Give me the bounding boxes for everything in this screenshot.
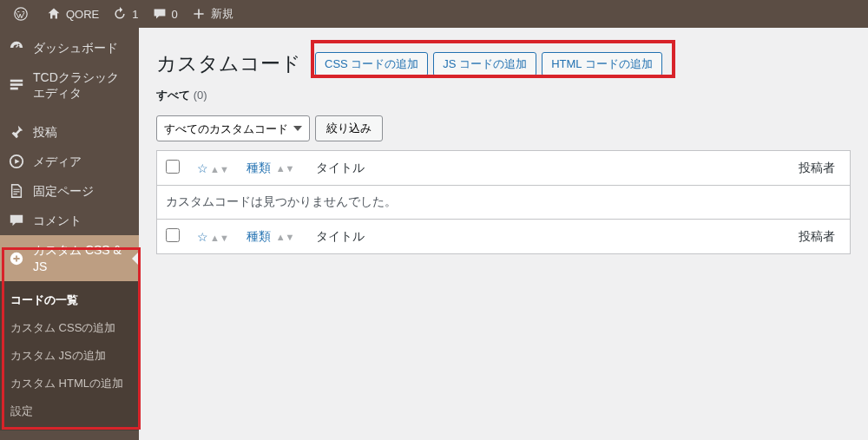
column-star[interactable]: ☆▲▼ — [188, 220, 238, 254]
submenu-add-html[interactable]: カスタム HTMLの追加 — [0, 370, 139, 397]
add-js-button[interactable]: JS コードの追加 — [433, 52, 536, 76]
plus-circle-icon — [9, 251, 26, 266]
submenu-code-list[interactable]: コードの一覧 — [0, 286, 139, 314]
menu-label: 固定ページ — [33, 183, 94, 199]
menu-label: コメント — [33, 213, 82, 228]
wordpress-icon — [14, 7, 28, 21]
empty-message: カスタムコードは見つかりませんでした。 — [157, 186, 851, 220]
svg-rect-2 — [10, 84, 23, 87]
star-icon: ☆ — [197, 161, 208, 175]
page-icon — [9, 183, 26, 199]
menu-label: メディア — [33, 154, 82, 169]
list-filter-links: すべて (0) — [156, 88, 851, 103]
update-icon — [113, 7, 127, 21]
sort-icon: ▲▼ — [276, 232, 295, 242]
site-name-text: QORE — [66, 8, 99, 21]
code-list-table: ☆▲▼ 種類 ▲▼ タイトル 投稿者 カスタムコードは見つかりませんでした。 ☆… — [156, 150, 851, 254]
menu-label: 投稿 — [33, 124, 57, 140]
dashboard-icon — [9, 40, 26, 56]
menu-label: カスタム CSS & JS — [33, 242, 130, 273]
filter-submit-button[interactable]: 絞り込み — [315, 115, 383, 141]
menu-posts[interactable]: 投稿 — [0, 117, 139, 147]
add-css-button[interactable]: CSS コードの追加 — [315, 52, 428, 76]
new-label: 新規 — [211, 6, 233, 22]
add-html-button[interactable]: HTML コードの追加 — [542, 52, 662, 76]
menu-label: TCDクラシックエディタ — [33, 69, 130, 101]
menu-pages[interactable]: 固定ページ — [0, 176, 139, 206]
sort-icon: ▲▼ — [210, 164, 229, 174]
page-title: カスタムコード — [156, 50, 301, 77]
editor-icon — [9, 77, 26, 93]
new-content-link[interactable]: 新規 — [185, 0, 240, 28]
column-title[interactable]: タイトル — [307, 151, 790, 186]
submenu-add-css[interactable]: カスタム CSSの追加 — [0, 314, 139, 342]
main-content: カスタムコード CSS コードの追加 JS コードの追加 HTML コードの追加… — [139, 28, 868, 440]
column-star[interactable]: ☆▲▼ — [188, 151, 238, 186]
sort-icon: ▲▼ — [210, 233, 229, 243]
comment-icon — [9, 213, 26, 228]
comments-count: 0 — [172, 8, 178, 21]
updates-link[interactable]: 1 — [106, 0, 145, 28]
column-author[interactable]: 投稿者 — [790, 151, 851, 186]
home-icon — [47, 7, 61, 21]
column-type[interactable]: 種類 ▲▼ — [238, 220, 307, 254]
menu-media[interactable]: メディア — [0, 147, 139, 176]
pin-icon — [9, 124, 26, 140]
empty-row: カスタムコードは見つかりませんでした。 — [157, 186, 851, 220]
filter-all-label[interactable]: すべて — [156, 89, 190, 102]
plus-icon — [192, 7, 206, 21]
comment-icon — [153, 7, 167, 21]
select-all-checkbox[interactable] — [166, 160, 180, 174]
select-all-checkbox-foot[interactable] — [166, 228, 180, 242]
menu-dashboard[interactable]: ダッシュボード — [0, 33, 139, 62]
media-icon — [9, 154, 26, 169]
svg-rect-1 — [10, 80, 23, 82]
menu-custom-css-js[interactable]: カスタム CSS & JS — [0, 235, 139, 280]
filter-all-count: (0) — [194, 89, 207, 102]
updates-count: 1 — [132, 8, 138, 21]
column-type[interactable]: 種類 ▲▼ — [238, 151, 307, 186]
menu-comments[interactable]: コメント — [0, 206, 139, 235]
code-type-filter[interactable]: すべてのカスタムコード — [156, 115, 310, 141]
sort-icon: ▲▼ — [276, 163, 295, 174]
svg-rect-3 — [10, 88, 18, 90]
star-icon: ☆ — [197, 230, 208, 244]
column-title[interactable]: タイトル — [307, 220, 790, 254]
menu-tcd-editor[interactable]: TCDクラシックエディタ — [0, 62, 139, 108]
site-name-link[interactable]: QORE — [40, 0, 106, 28]
wp-logo[interactable] — [7, 0, 40, 28]
admin-bar: QORE 1 0 新規 — [0, 0, 868, 28]
submenu-add-js[interactable]: カスタム JSの追加 — [0, 342, 139, 370]
comments-link[interactable]: 0 — [146, 0, 185, 28]
submenu-settings[interactable]: 設定 — [0, 397, 139, 425]
menu-label: ダッシュボード — [33, 40, 118, 56]
submenu-custom-css-js: コードの一覧 カスタム CSSの追加 カスタム JSの追加 カスタム HTMLの… — [0, 281, 139, 430]
column-author[interactable]: 投稿者 — [790, 220, 851, 254]
admin-sidebar: ダッシュボード TCDクラシックエディタ 投稿 メディア 固定ページ コメント … — [0, 28, 139, 440]
